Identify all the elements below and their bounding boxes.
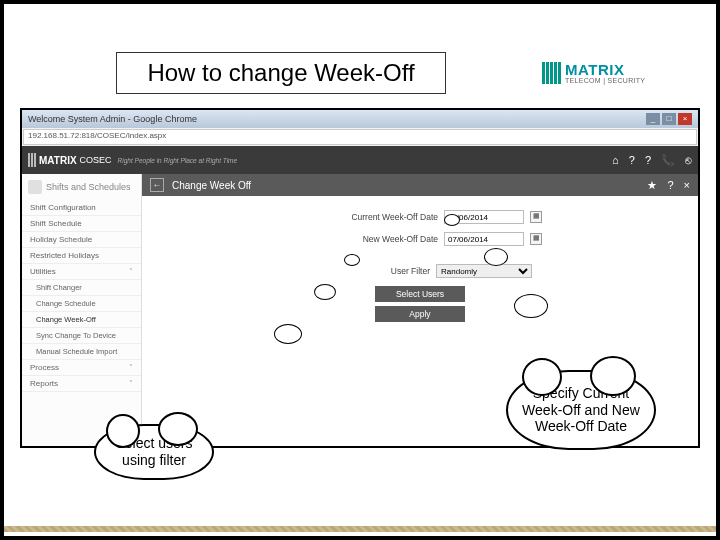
page-title: Change Week Off [172,180,251,191]
phone-icon[interactable]: 📞 [661,154,675,167]
browser-titlebar: Welcome System Admin - Google Chrome _ □… [22,110,698,128]
maximize-icon[interactable]: □ [662,113,676,125]
slide-title: How to change Week-Off [116,52,446,94]
new-weekoff-input[interactable] [444,232,524,246]
callout-bubble [274,324,302,344]
star-icon[interactable]: ★ [647,179,657,192]
browser-window-title: Welcome System Admin - Google Chrome [28,114,197,124]
brand-name: MATRIX [565,62,645,77]
close-icon[interactable]: × [678,113,692,125]
footer-decoration [4,526,716,532]
callout-specify-dates: Specify Current Week-Off and New Week-Of… [506,370,656,450]
address-bar[interactable]: 192.168.51.72:818/COSEC/Index.aspx [23,129,697,145]
callout-bubble [344,254,360,266]
callout-bubble [484,248,508,266]
sidebar-item-process[interactable]: Process ˅ [22,360,141,376]
sidebar-item-shift-config[interactable]: Shift Configuration [22,200,141,216]
apply-button[interactable]: Apply [375,306,465,322]
sidebar-item-restricted-holidays[interactable]: Restricted Holidays [22,248,141,264]
new-weekoff-label: New Week-Off Date [298,234,438,244]
help-page-icon[interactable]: ? [667,179,673,192]
schedule-icon [28,180,42,194]
sidebar-item-manual-import[interactable]: Manual Schedule Import [22,344,141,360]
callout-select-users: Select users using filter [94,424,214,480]
callout-bubble [444,214,460,226]
home-icon[interactable]: ⌂ [612,154,619,167]
minimize-icon[interactable]: _ [646,113,660,125]
sidebar-item-reports[interactable]: Reports ˅ [22,376,141,392]
callout-bubble [514,294,548,318]
current-weekoff-label: Current Week-Off Date [298,212,438,222]
page-titlebar: ← Change Week Off ★ ? × [142,174,698,196]
sidebar-item-change-weekoff[interactable]: Change Week-Off [22,312,141,328]
chevron-up-icon: ˄ [129,268,133,276]
sidebar-item-shift-schedule[interactable]: Shift Schedule [22,216,141,232]
logout-icon[interactable]: ⎋ [685,154,692,167]
user-filter-label: User Filter [290,266,430,276]
sidebar-item-holiday-schedule[interactable]: Holiday Schedule [22,232,141,248]
app-header: MATRIX COSEC Right People in Right Place… [22,146,698,174]
brand-subtitle: TELECOM | SECURITY [565,77,645,84]
back-button[interactable]: ← [150,178,164,192]
form-area: Current Week-Off Date ▦ New Week-Off Dat… [142,196,698,322]
sidebar-item-change-schedule[interactable]: Change Schedule [22,296,141,312]
sidebar-group-title: Shifts and Schedules [22,174,141,200]
calendar-icon[interactable]: ▦ [530,211,542,223]
select-users-button[interactable]: Select Users [375,286,465,302]
calendar-icon[interactable]: ▦ [530,233,542,245]
sidebar-item-shift-changer[interactable]: Shift Changer [22,280,141,296]
chevron-down-icon: ˅ [129,380,133,388]
user-filter-select[interactable]: Randomly [436,264,532,278]
app-tagline: Right People in Right Place at Right Tim… [118,157,238,164]
brand-logo: MATRIX TELECOM | SECURITY [542,52,684,94]
chevron-down-icon: ˅ [129,364,133,372]
callout-bubble [314,284,336,300]
app-logo: MATRIX COSEC [28,153,112,167]
sidebar-item-sync-device[interactable]: Sync Change To Device [22,328,141,344]
close-page-icon[interactable]: × [684,179,690,192]
sidebar-item-utilities[interactable]: Utilities ˄ [22,264,141,280]
help2-icon[interactable]: ? [645,154,651,167]
sidebar: Shifts and Schedules Shift Configuration… [22,174,142,446]
help-icon[interactable]: ? [629,154,635,167]
